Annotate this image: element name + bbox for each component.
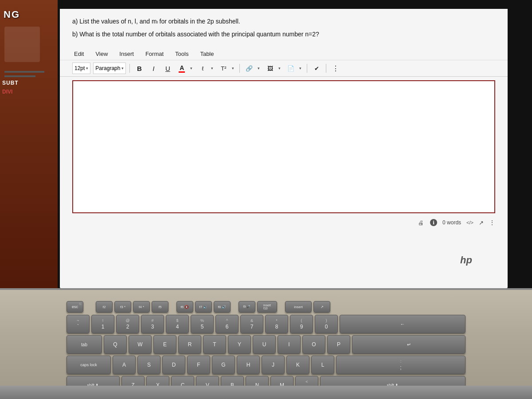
keyboard-container: esc f1 f2 f3 * f4 * f5 f6 🔇 f7 🔉 f8 🔊 f9…: [66, 301, 466, 399]
key-d[interactable]: D: [162, 356, 185, 374]
key-f[interactable]: F: [187, 356, 210, 374]
key-enter[interactable]: ↵: [352, 335, 466, 354]
key-t[interactable]: T: [203, 335, 226, 354]
doc-chevron: ▾: [299, 66, 301, 70]
key-o[interactable]: O: [302, 335, 325, 354]
questions-section: a) List the values of n, l, and mₗ for o…: [60, 9, 508, 48]
key-1[interactable]: ! 1: [91, 315, 114, 333]
superscript-dropdown[interactable]: ▾: [230, 63, 236, 74]
qwerty-row: tab Q W E R T Y U I O P ↵: [66, 335, 466, 354]
doc-dropdown[interactable]: ▾: [297, 63, 303, 74]
superscript-group: T² ▾: [218, 63, 236, 74]
italic-button[interactable]: I: [148, 63, 159, 74]
key-l[interactable]: L: [311, 356, 334, 374]
key-f4[interactable]: f4 *: [133, 301, 150, 313]
key-f7[interactable]: f7 🔉: [195, 301, 212, 313]
info-icon: ℹ: [430, 219, 437, 226]
key-7[interactable]: & 7: [240, 315, 263, 333]
highlight-group: ℓ ▾: [197, 63, 215, 74]
link-dropdown[interactable]: ▾: [255, 63, 262, 74]
key-e[interactable]: E: [153, 335, 176, 354]
image-dropdown[interactable]: ▾: [276, 63, 282, 74]
font-color-chevron: ▾: [190, 66, 192, 70]
key-0[interactable]: ) 0: [315, 315, 338, 333]
separator-2: [239, 64, 240, 73]
font-color-underline: [179, 71, 185, 73]
key-9[interactable]: ( 9: [290, 315, 313, 333]
fn-key-row: esc f1 f2 f3 * f4 * f5 f6 🔇 f7 🔉 f8 🔊 f9…: [66, 301, 466, 313]
asdf-row: caps lock A S D F G H J K L : ;: [66, 356, 466, 374]
left-strip: NG SUBT DIVI: [0, 0, 58, 293]
key-colon[interactable]: : ;: [336, 356, 466, 374]
link-chevron: ▾: [258, 66, 260, 70]
menu-view[interactable]: View: [94, 50, 110, 58]
image-group: 🖼 ▾: [264, 63, 282, 74]
key-q[interactable]: Q: [104, 335, 127, 354]
font-size-select[interactable]: 12pt ▾: [72, 63, 90, 74]
key-s[interactable]: S: [137, 356, 160, 374]
paragraph-chevron: ▾: [121, 66, 124, 70]
spellcheck-button[interactable]: ✔: [311, 63, 322, 74]
key-h[interactable]: H: [237, 356, 260, 374]
menu-edit[interactable]: Edit: [72, 50, 86, 58]
font-size-chevron: ▾: [86, 66, 88, 70]
menu-tools[interactable]: Tools: [173, 50, 190, 58]
separator-4: [326, 64, 326, 73]
paragraph-select[interactable]: Paragraph ▾: [93, 63, 126, 74]
key-2[interactable]: @ 2: [116, 315, 139, 333]
key-k[interactable]: K: [286, 356, 309, 374]
key-4[interactable]: $ 4: [166, 315, 189, 333]
key-5[interactable]: % 5: [191, 315, 214, 333]
key-a[interactable]: A: [113, 356, 136, 374]
key-3[interactable]: # 3: [141, 315, 164, 333]
more-options-button[interactable]: ⋮: [330, 63, 341, 74]
menu-table[interactable]: Table: [198, 50, 215, 58]
key-f11[interactable]: ↗: [313, 301, 330, 313]
key-p[interactable]: P: [327, 335, 350, 354]
question-a: a) List the values of n, l, and mₗ for o…: [72, 17, 495, 26]
font-color-dropdown[interactable]: ▾: [188, 63, 194, 74]
bold-button[interactable]: B: [133, 63, 145, 74]
menu-insert[interactable]: Insert: [117, 50, 136, 58]
key-8[interactable]: * 8: [265, 315, 288, 333]
key-f8[interactable]: f8 🔊: [214, 301, 231, 313]
key-g[interactable]: G: [212, 356, 235, 374]
link-group: 🔗 ▾: [243, 63, 262, 74]
menu-format[interactable]: Format: [144, 50, 165, 58]
superscript-button[interactable]: T²: [218, 63, 229, 74]
key-esc[interactable]: esc f1: [66, 301, 83, 313]
key-y[interactable]: Y: [228, 335, 251, 354]
image-chevron: ▾: [278, 66, 281, 70]
link-button[interactable]: 🔗: [243, 63, 255, 74]
laptop-screen: NG SUBT DIVI a) List the values of n, l,…: [0, 0, 532, 293]
image-button[interactable]: 🖼: [264, 63, 276, 74]
printer-icon: 🖨: [417, 219, 425, 227]
key-capslock[interactable]: caps lock: [66, 356, 111, 374]
key-j[interactable]: J: [262, 356, 285, 374]
key-insert[interactable]: insert: [285, 301, 312, 313]
key-6[interactable]: ^ 6: [215, 315, 239, 333]
key-i[interactable]: I: [278, 335, 301, 354]
key-f10[interactable]: insertf10: [257, 301, 277, 313]
expand-icon: ↗: [479, 219, 484, 226]
highlight-chevron: ▾: [211, 66, 213, 70]
key-r[interactable]: R: [178, 335, 201, 354]
key-f5[interactable]: f5: [152, 301, 168, 313]
key-backtick[interactable]: ~ `: [66, 315, 90, 333]
key-backspace[interactable]: ←: [340, 315, 466, 333]
key-u[interactable]: U: [253, 335, 276, 354]
highlight-button[interactable]: ℓ: [197, 63, 208, 74]
doc-button[interactable]: 📄: [285, 63, 297, 74]
text-editor[interactable]: [72, 80, 495, 213]
highlight-dropdown[interactable]: ▾: [209, 63, 215, 74]
font-color-button[interactable]: A: [176, 63, 188, 74]
key-f2[interactable]: f2: [96, 301, 113, 313]
key-f6[interactable]: f6 🔇: [176, 301, 193, 313]
status-bar: 🖨 ℹ 0 words </> ↗ ⋮: [60, 217, 508, 228]
superscript-chevron: ▾: [232, 66, 234, 70]
key-f3[interactable]: f3 *: [114, 301, 131, 313]
key-f9[interactable]: f9 🎤: [239, 301, 255, 313]
underline-button[interactable]: U: [162, 63, 173, 74]
key-tab[interactable]: tab: [66, 335, 102, 354]
key-w[interactable]: W: [129, 335, 152, 354]
